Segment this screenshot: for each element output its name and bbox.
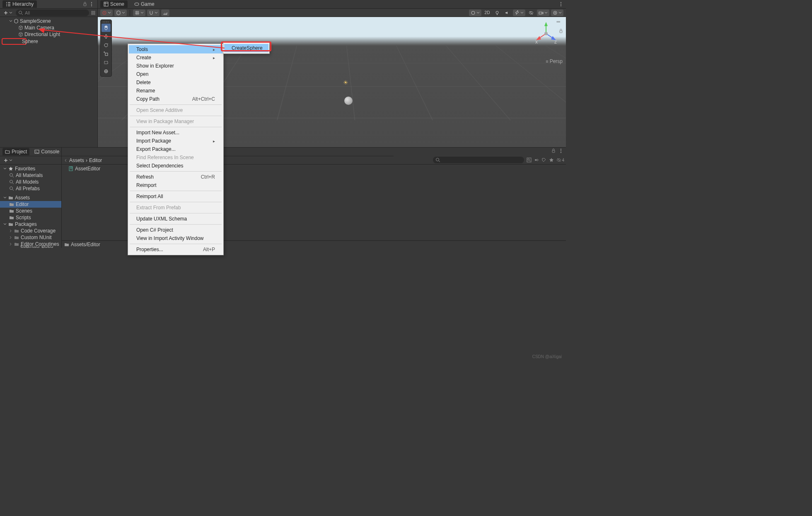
hierarchy-scene[interactable]: SampleScene	[0, 18, 97, 24]
folder-icon	[8, 222, 13, 227]
project-menu-icon[interactable]	[558, 148, 563, 153]
scene-tabs: Scene Game	[98, 0, 566, 9]
menu-item[interactable]: Import New Asset...	[129, 128, 222, 137]
camera-toggle[interactable]	[537, 10, 549, 16]
palette-grip[interactable]	[102, 21, 111, 23]
menu-item[interactable]: Export Package...	[129, 145, 222, 153]
menu-item[interactable]: Open C# Project	[129, 226, 222, 234]
viewport-lock-icon[interactable]	[558, 29, 563, 34]
hierarchy-add-button[interactable]	[2, 10, 14, 15]
submenu-create-sphere[interactable]: CreateSphere	[224, 44, 268, 52]
menu-item[interactable]: Reimport All	[129, 192, 222, 201]
hidden-icon[interactable]	[556, 157, 561, 162]
scene-icon	[104, 2, 109, 7]
local-toggle[interactable]	[114, 10, 127, 16]
project-search[interactable]	[433, 157, 524, 163]
menu-item[interactable]: Tools▸	[129, 45, 222, 53]
tab-scene[interactable]: Scene	[100, 0, 128, 8]
hierarchy-item-sphere[interactable]: Sphere	[2, 38, 27, 45]
tab-project[interactable]: Project	[2, 148, 29, 155]
chevron-left-icon[interactable]	[64, 159, 68, 162]
draw-mode[interactable]	[469, 10, 481, 16]
proj-pkg-1[interactable]: Custom NUnit	[0, 234, 61, 241]
tab-label: Project	[12, 149, 27, 155]
rect-tool[interactable]	[102, 58, 111, 67]
light-gizmo-icon[interactable]: ☀	[343, 79, 348, 86]
menu-item[interactable]: RefreshCtrl+R	[129, 173, 222, 181]
hierarchy-tab[interactable]: Hierarchy	[2, 0, 37, 8]
proj-pkg-3[interactable]: JetBrains Rider Editor	[0, 247, 61, 248]
proj-fav-models[interactable]: All Models	[0, 179, 61, 185]
filter-label-icon[interactable]	[541, 157, 546, 162]
svg-point-2	[91, 4, 92, 5]
pivot-toggle[interactable]	[100, 10, 113, 16]
proj-pkg-0[interactable]: Code Coverage	[0, 228, 61, 234]
menu-item[interactable]: Update UXML Schema	[129, 215, 222, 223]
breadcrumb-item[interactable]: Assets	[69, 157, 84, 163]
hierarchy-lock-icon[interactable]	[82, 1, 88, 7]
filter-type-icon[interactable]	[534, 157, 539, 162]
proj-favorites[interactable]: Favorites	[0, 165, 61, 172]
menu-item[interactable]: Select Dependencies	[129, 162, 222, 170]
breadcrumb-item[interactable]: Editor	[89, 157, 102, 163]
menu-item[interactable]: Rename	[129, 87, 222, 95]
move-tool[interactable]	[102, 32, 111, 41]
proj-fav-prefabs[interactable]: All Prefabs	[0, 185, 61, 192]
svg-rect-45	[527, 158, 531, 162]
gizmos-toggle[interactable]	[551, 10, 563, 16]
folder-icon	[14, 242, 19, 247]
menu-item[interactable]: Open	[129, 70, 222, 78]
search-full-icon[interactable]	[527, 157, 532, 162]
proj-assets[interactable]: Assets	[0, 194, 61, 201]
menu-item[interactable]: View in Import Activity Window	[129, 234, 222, 242]
hierarchy-filter-icon[interactable]	[91, 10, 96, 15]
increment-toggle[interactable]	[161, 10, 169, 16]
viewport-grip-icon[interactable]: ═	[556, 19, 560, 24]
proj-fav-materials[interactable]: All Materials	[0, 172, 61, 179]
hierarchy-search[interactable]	[16, 10, 89, 16]
menu-item[interactable]: Copy PathAlt+Ctrl+C	[129, 95, 222, 103]
project-add-button[interactable]	[2, 158, 14, 163]
sphere-object[interactable]	[344, 97, 353, 105]
menu-item[interactable]: Show in Explorer	[129, 62, 222, 70]
svg-point-35	[10, 174, 13, 177]
projection-label[interactable]: ≡ Persp	[546, 58, 563, 64]
menu-item[interactable]: Create▸	[129, 53, 222, 62]
context-submenu: CreateSphere	[223, 42, 270, 54]
transform-tool[interactable]	[102, 67, 111, 75]
menu-item[interactable]: Properties...Alt+P	[129, 245, 222, 254]
favorite-icon[interactable]	[549, 157, 554, 162]
menu-item[interactable]: Import Package▸	[129, 137, 222, 145]
orientation-gizmo[interactable]: x z	[534, 21, 558, 46]
proj-folder-editor[interactable]: Editor	[0, 201, 61, 208]
proj-packages[interactable]: Packages	[0, 221, 61, 228]
project-search-input[interactable]	[440, 157, 522, 162]
proj-folder-scenes[interactable]: Scenes	[0, 208, 61, 214]
hierarchy-search-input[interactable]	[25, 10, 87, 15]
mode-2d-button[interactable]: 2D	[483, 10, 491, 16]
scene-menu-icon[interactable]	[558, 2, 563, 7]
proj-folder-scripts[interactable]: Scripts	[0, 214, 61, 221]
hierarchy-menu-icon[interactable]	[88, 1, 95, 7]
grid-toggle[interactable]	[133, 10, 145, 16]
scale-icon	[104, 51, 109, 56]
menu-item[interactable]: Reimport	[129, 181, 222, 189]
fx-icon	[515, 10, 520, 15]
audio-toggle[interactable]	[503, 10, 511, 16]
tab-console[interactable]: Console	[32, 148, 62, 155]
menu-item[interactable]: Delete	[129, 78, 222, 87]
tab-game[interactable]: Game	[131, 0, 158, 8]
hierarchy-item-light[interactable]: Directional Light	[0, 31, 97, 38]
project-lock-icon[interactable]	[551, 148, 556, 153]
hierarchy-item-camera[interactable]: Main Camera	[0, 24, 97, 31]
chevron-down-icon	[9, 11, 12, 15]
lighting-toggle[interactable]	[493, 10, 501, 16]
svg-rect-8	[94, 13, 95, 15]
snap-toggle[interactable]	[147, 10, 160, 16]
menu-item: Open Scene Additive	[129, 106, 222, 114]
scale-tool[interactable]	[102, 50, 111, 58]
hidden-toggle[interactable]	[527, 10, 535, 16]
fx-toggle[interactable]	[513, 10, 525, 16]
hand-tool[interactable]	[102, 24, 111, 32]
rotate-tool[interactable]	[102, 41, 111, 49]
